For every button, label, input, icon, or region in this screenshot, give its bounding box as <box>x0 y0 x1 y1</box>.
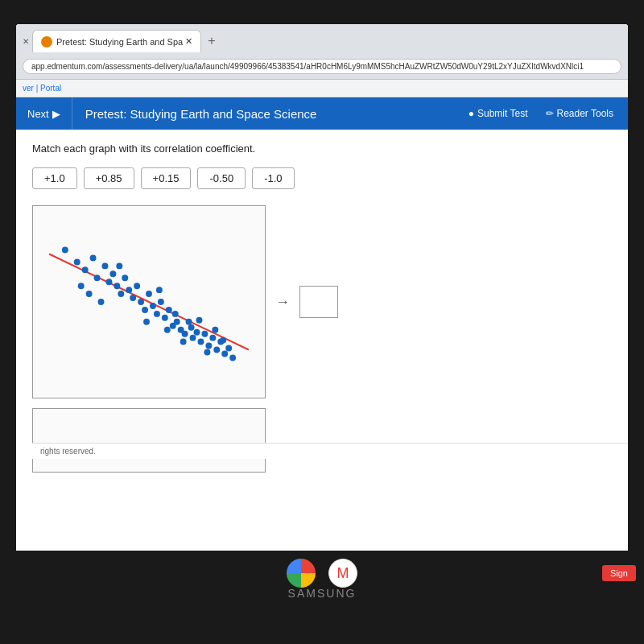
browser-chrome: ✕ Pretest: Studying Earth and Spa ✕ + <box>16 24 628 80</box>
svg-point-10 <box>118 291 124 297</box>
reader-icon: ✏ <box>546 108 554 119</box>
svg-point-48 <box>188 324 195 331</box>
svg-point-52 <box>220 337 226 344</box>
arrow-right-1: → <box>275 294 290 311</box>
svg-point-46 <box>172 311 179 317</box>
svg-point-31 <box>201 331 208 337</box>
svg-point-2 <box>74 258 80 265</box>
svg-line-0 <box>49 254 249 350</box>
bottom-label: SAMSUNG <box>16 587 628 600</box>
address-bar <box>16 53 628 79</box>
next-icon: ▶ <box>52 108 60 120</box>
svg-point-41 <box>98 299 105 305</box>
submit-icon: ● <box>469 108 474 119</box>
option-3[interactable]: +0.15 <box>141 167 192 189</box>
scatter-plot-1 <box>32 205 266 398</box>
active-tab[interactable]: Pretest: Studying Earth and Spa ✕ <box>32 30 201 52</box>
svg-point-49 <box>196 317 203 324</box>
portal-bar: ver | Portal <box>16 80 628 97</box>
gmail-taskbar-icon[interactable]: M <box>328 559 357 588</box>
option-5[interactable]: -1.0 <box>252 167 294 189</box>
svg-point-18 <box>150 303 156 309</box>
svg-point-22 <box>166 307 172 313</box>
svg-point-33 <box>209 335 216 341</box>
svg-point-30 <box>197 339 204 345</box>
svg-point-1 <box>62 247 68 254</box>
tab-close-x[interactable]: ✕ <box>23 37 29 46</box>
svg-point-50 <box>204 349 210 356</box>
tab-bar: ✕ Pretest: Studying Earth and Spa ✕ + <box>16 24 628 53</box>
instruction: Match each graph with its correlation co… <box>32 142 612 155</box>
reader-label: Reader Tools <box>557 108 614 119</box>
svg-point-12 <box>126 287 132 293</box>
svg-point-14 <box>134 283 140 289</box>
svg-point-38 <box>229 354 236 361</box>
svg-point-15 <box>138 299 144 305</box>
svg-point-42 <box>116 262 122 269</box>
tab-favicon <box>41 36 52 47</box>
svg-point-26 <box>182 331 188 337</box>
new-tab-button[interactable]: + <box>203 33 220 49</box>
svg-point-7 <box>105 279 112 285</box>
svg-point-45 <box>164 327 171 333</box>
option-1[interactable]: +1.0 <box>32 167 77 189</box>
nav-bar: Next ▶ Pretest: Studying Earth and Space… <box>16 97 628 130</box>
svg-point-32 <box>205 343 212 349</box>
svg-point-4 <box>90 254 97 261</box>
svg-point-20 <box>158 299 164 305</box>
svg-point-3 <box>82 266 89 273</box>
options-row: +1.0 +0.85 +0.15 -0.50 -1.0 <box>32 167 612 189</box>
svg-point-17 <box>146 291 152 297</box>
next-label: Next <box>27 108 49 120</box>
svg-point-34 <box>213 347 220 353</box>
chrome-taskbar-icon[interactable] <box>287 559 316 588</box>
reader-tools-button[interactable]: ✏ Reader Tools <box>538 103 622 124</box>
svg-point-37 <box>225 345 232 352</box>
submit-label: Submit Test <box>477 108 527 119</box>
drop-box-1[interactable] <box>299 286 338 318</box>
tab-label: Pretest: Studying Earth and Spa <box>56 37 183 47</box>
address-input[interactable] <box>23 59 621 74</box>
svg-point-47 <box>180 339 187 345</box>
svg-point-19 <box>154 311 160 317</box>
sign-button[interactable]: Sign <box>602 565 636 581</box>
graph-row-1: → <box>32 205 612 398</box>
svg-point-40 <box>86 291 93 297</box>
svg-point-24 <box>174 319 180 325</box>
svg-point-8 <box>109 270 116 277</box>
svg-point-36 <box>221 350 228 357</box>
svg-point-6 <box>101 262 108 269</box>
nav-actions: ● Submit Test ✏ Reader Tools <box>460 103 628 124</box>
footer-bar: rights reserved. <box>32 443 628 459</box>
svg-point-44 <box>156 287 163 293</box>
svg-point-13 <box>130 295 136 301</box>
page-title: Pretest: Studying Earth and Space Scienc… <box>72 107 460 121</box>
svg-point-28 <box>190 335 196 341</box>
svg-point-11 <box>122 275 128 281</box>
next-button[interactable]: Next ▶ <box>16 97 72 130</box>
svg-point-27 <box>186 319 192 325</box>
graph-row-2 <box>32 408 612 473</box>
screen: ✕ Pretest: Studying Earth and Spa ✕ + ve… <box>16 24 628 555</box>
svg-point-9 <box>114 283 120 289</box>
svg-point-29 <box>194 329 200 336</box>
svg-point-39 <box>78 283 85 289</box>
portal-label: ver | Portal <box>23 84 61 93</box>
rights-text: rights reserved. <box>40 447 96 456</box>
main-content: Match each graph with its correlation co… <box>16 130 628 540</box>
submit-test-button[interactable]: ● Submit Test <box>460 103 536 124</box>
svg-point-51 <box>212 327 218 333</box>
option-4[interactable]: -0.50 <box>197 167 246 189</box>
svg-point-5 <box>94 275 101 281</box>
svg-point-16 <box>142 307 148 313</box>
svg-point-43 <box>143 319 150 325</box>
laptop-bezel: ✕ Pretest: Studying Earth and Spa ✕ + ve… <box>0 0 644 644</box>
svg-point-21 <box>162 315 168 321</box>
scatter-plot-2-partial <box>32 408 266 473</box>
option-2[interactable]: +0.85 <box>84 167 134 189</box>
